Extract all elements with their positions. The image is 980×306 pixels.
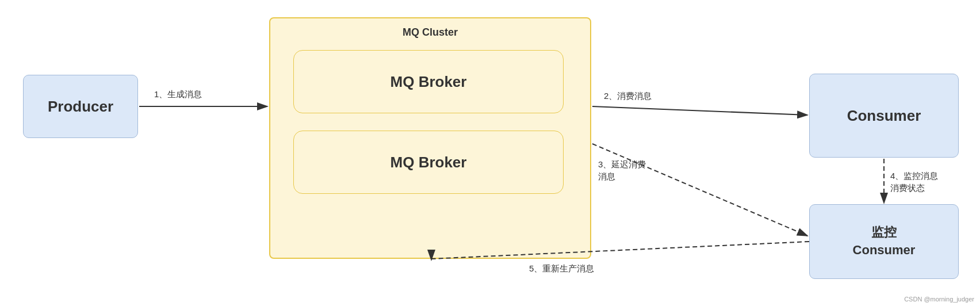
mq-cluster-title: MQ Cluster (270, 26, 590, 39)
monitor-consumer-box: 监控 Consumer (809, 204, 959, 279)
consumer-box: Consumer (809, 74, 959, 158)
mq-broker-bottom-label: MQ Broker (391, 154, 467, 171)
watermark: CSDN @morning_judger (904, 296, 974, 303)
mq-broker-box-top: MQ Broker (293, 50, 564, 113)
arrow3-label: 3、延迟消费消息 (598, 158, 646, 182)
consumer-label: Consumer (847, 107, 921, 125)
producer-box: Producer (23, 75, 138, 138)
mq-broker-box-bottom: MQ Broker (293, 131, 564, 194)
arrow3-line (592, 144, 807, 236)
mq-cluster-box: MQ Cluster MQ Broker MQ Broker (269, 17, 591, 259)
arrow1-label: 1、生成消息 (154, 89, 202, 100)
diagram-container: Producer MQ Cluster MQ Broker MQ Broker … (0, 0, 980, 306)
arrow2-label: 2、消费消息 (604, 91, 652, 102)
arrow5-label: 5、重新生产消息 (529, 263, 594, 274)
monitor-line1: 监控 (871, 224, 897, 242)
producer-label: Producer (48, 98, 113, 116)
arrow4-label: 4、监控消息消费状态 (890, 170, 938, 194)
arrow2-line (592, 106, 807, 115)
mq-broker-top-label: MQ Broker (391, 73, 467, 91)
monitor-line2: Consumer (853, 242, 916, 259)
